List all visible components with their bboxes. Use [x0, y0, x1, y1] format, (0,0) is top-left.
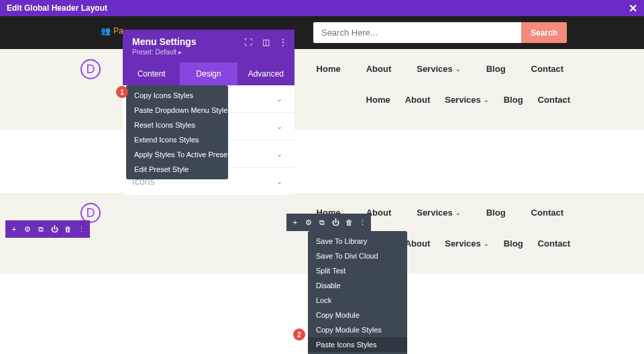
nav2-about[interactable]: About — [405, 95, 431, 105]
people-label: Pa — [113, 26, 123, 36]
page-title: Edit Global Header Layout — [7, 3, 107, 13]
panel-preset[interactable]: Preset: Default ▸ — [132, 48, 285, 56]
navb2-services[interactable]: Services⌄ — [445, 238, 489, 249]
nav-contact[interactable]: Contact — [531, 64, 564, 74]
ctx-split-test[interactable]: Split Test — [308, 263, 407, 278]
power-icon[interactable]: ⏻ — [48, 223, 60, 235]
nav2-blog[interactable]: Blog — [504, 95, 523, 105]
more-icon[interactable]: ⋮ — [278, 38, 288, 47]
tab-advanced[interactable]: Advanced — [237, 62, 294, 85]
search-input[interactable] — [313, 22, 521, 43]
callout-badge-1: 1 — [116, 86, 128, 98]
chevron-down-icon: ⌄ — [484, 97, 489, 103]
chevron-down-icon: ⌄ — [276, 177, 282, 186]
ctx-paste-dropdown-styles[interactable]: Paste Dropdown Menu Styles — [126, 103, 228, 118]
navb-blog[interactable]: Blog — [486, 208, 506, 218]
tab-content[interactable]: Content — [123, 62, 180, 85]
nav-about[interactable]: About — [366, 64, 392, 74]
context-menu-module: Save To Library Save To Divi Cloud Split… — [308, 231, 407, 354]
search-button[interactable]: Search — [521, 22, 567, 43]
callout-badge-2: 2 — [293, 328, 305, 341]
trash-icon[interactable]: 🗑 — [343, 216, 355, 228]
more-icon[interactable]: ⋮ — [356, 216, 368, 228]
duplicate-icon[interactable]: ⧉ — [35, 223, 47, 235]
navb2-contact[interactable]: Contact — [538, 238, 570, 249]
ctx-lock[interactable]: Lock — [308, 293, 407, 308]
trash-icon[interactable]: 🗑 — [62, 223, 74, 235]
chevron-down-icon: ⌄ — [455, 210, 461, 216]
module-toolbar-dark: + ⚙ ⧉ ⏻ 🗑 ⋮ — [286, 214, 371, 231]
columns-icon[interactable]: ◫ — [261, 38, 270, 47]
navb2-about[interactable]: About — [405, 238, 431, 249]
nav2-services-label: Services — [445, 95, 481, 105]
people-icon: 👥 — [101, 26, 111, 36]
nav2-services[interactable]: Services⌄ — [445, 95, 489, 105]
ctx-copy-icons-styles[interactable]: Copy Icons Styles — [126, 88, 228, 103]
nav-blog[interactable]: Blog — [486, 64, 506, 74]
ctx-save-library[interactable]: Save To Library — [308, 234, 407, 249]
module-toolbar: + ⚙ ⧉ ⏻ 🗑 ⋮ — [5, 220, 90, 238]
navb2-services-label: Services — [445, 238, 481, 249]
add-icon[interactable]: + — [289, 216, 301, 228]
navb-services[interactable]: Services⌄ — [417, 208, 461, 218]
chevron-down-icon: ⌄ — [276, 122, 282, 131]
chevron-down-icon: ⌄ — [276, 95, 282, 103]
context-menu-styles: Copy Icons Styles Paste Dropdown Menu St… — [126, 85, 228, 179]
logo: D — [80, 59, 101, 79]
ctx-copy-module[interactable]: Copy Module — [308, 308, 407, 322]
tab-design[interactable]: Design — [180, 62, 237, 85]
ctx-reset-icons-styles[interactable]: Reset Icons Styles — [126, 118, 228, 132]
navb-contact[interactable]: Contact — [531, 208, 564, 218]
close-icon[interactable]: ✕ — [629, 2, 637, 15]
more-icon[interactable]: ⋮ — [75, 223, 87, 235]
gear-icon[interactable]: ⚙ — [303, 216, 315, 228]
nav-services[interactable]: Services⌄ — [417, 64, 461, 74]
navb2-blog[interactable]: Blog — [504, 238, 523, 249]
power-icon[interactable]: ⏻ — [329, 216, 341, 228]
ctx-edit-preset[interactable]: Edit Preset Style — [126, 162, 228, 177]
nav-home[interactable]: Home — [317, 64, 341, 74]
ctx-paste-icons-styles[interactable]: Paste Icons Styles — [308, 337, 407, 352]
nav2-home[interactable]: Home — [366, 95, 390, 105]
chevron-down-icon: ⌄ — [484, 240, 489, 247]
ctx-disable[interactable]: Disable — [308, 278, 407, 293]
ctx-copy-module-styles[interactable]: Copy Module Styles — [308, 322, 407, 337]
duplicate-icon[interactable]: ⧉ — [316, 216, 328, 228]
navb-services-label: Services — [417, 208, 453, 218]
chevron-down-icon: ⌄ — [276, 150, 282, 159]
ctx-apply-preset[interactable]: Apply Styles To Active Preset — [126, 147, 228, 162]
chevron-down-icon: ⌄ — [455, 66, 461, 73]
people-indicator: 👥 Pa — [101, 26, 123, 36]
add-icon[interactable]: + — [8, 223, 20, 235]
expand-icon[interactable]: ⛶ — [244, 38, 253, 47]
ctx-extend-icons-styles[interactable]: Extend Icons Styles — [126, 132, 228, 147]
nav2-contact[interactable]: Contact — [538, 95, 570, 105]
ctx-save-cloud[interactable]: Save To Divi Cloud — [308, 249, 407, 263]
nav-services-label: Services — [417, 64, 453, 74]
gear-icon[interactable]: ⚙ — [21, 223, 34, 235]
